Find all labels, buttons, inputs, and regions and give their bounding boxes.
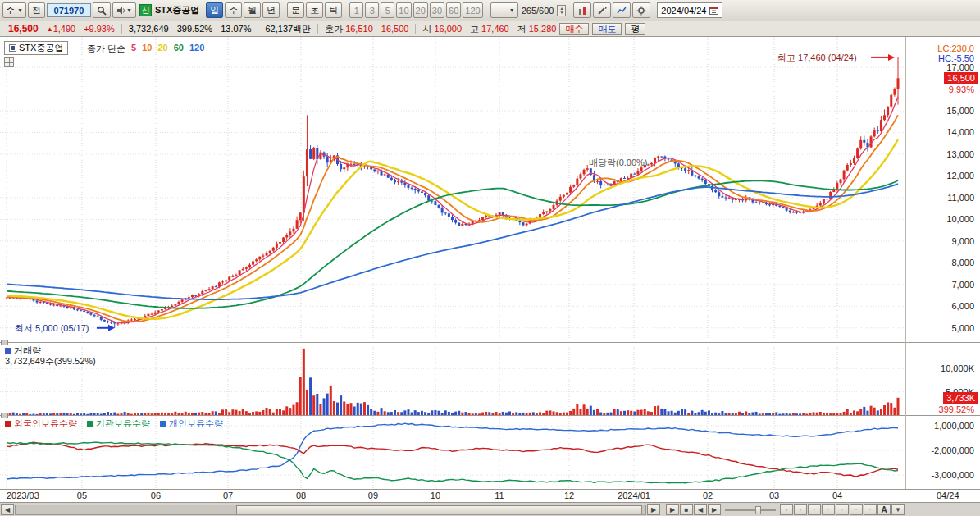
axis-label: 6,000: [951, 301, 974, 311]
candle-count-label: 265/600: [522, 6, 554, 16]
low-label: 저: [517, 23, 526, 35]
date-picker[interactable]: 2024/04/24: [657, 2, 722, 18]
axis-label: 11,000: [947, 193, 974, 203]
quote-bar: 16,500 ▲ 1,490 +9.93% 3,732,649 399.52% …: [0, 21, 980, 37]
ma20-label: 20: [157, 43, 167, 55]
interval-5-button[interactable]: 5: [381, 2, 394, 18]
candle-count-spinner[interactable]: ▲▼: [557, 5, 566, 16]
ma60-label: 60: [174, 43, 184, 55]
axis-label: 14,000: [946, 127, 974, 137]
play-button[interactable]: ▶: [666, 504, 679, 515]
interval-1-button[interactable]: 1: [349, 2, 363, 18]
axis-label: 7,000: [951, 280, 974, 290]
scroll-left-button[interactable]: ◀: [1, 504, 14, 515]
chart-grid-icon[interactable]: [4, 57, 14, 67]
draw-tool-icon[interactable]: [593, 2, 611, 18]
annotation-high: 최고 17,460 (04/24): [777, 52, 857, 64]
axis-label: 5,000: [951, 323, 974, 333]
candle-type-dropdown[interactable]: ▼: [490, 2, 518, 18]
step-back-button[interactable]: ◀: [694, 504, 707, 515]
period-minute-button[interactable]: 분: [287, 2, 304, 18]
interval-3-button[interactable]: 3: [365, 2, 379, 18]
current-price: 16,500: [8, 23, 39, 34]
open-price: 16,000: [434, 24, 462, 34]
chevron-down-icon: ▼: [17, 7, 23, 13]
volume-chip: [5, 348, 11, 354]
grid-toggle-icon[interactable]: [780, 504, 793, 515]
axis-label: 9.93%: [949, 84, 974, 94]
ma-legend: 종가 단순 5 10 20 60 120: [87, 43, 204, 55]
ma10-label: 10: [142, 43, 152, 55]
zoom-slider-thumb[interactable]: [755, 506, 761, 514]
stop-button[interactable]: ■: [680, 504, 693, 515]
x-axis: 04/24 2023/0305060708091011122024/010203…: [0, 490, 980, 502]
axis-label: 10,000: [946, 214, 974, 224]
price-change-pct: +9.93%: [84, 24, 115, 34]
series-title-box[interactable]: STX중공업: [4, 41, 68, 55]
stock-code-input[interactable]: [47, 3, 91, 17]
interval-30-button[interactable]: 30: [430, 2, 444, 18]
interval-10-button[interactable]: 10: [396, 2, 411, 18]
chart-scrollbar[interactable]: [15, 505, 646, 515]
checkbox-icon[interactable]: [9, 44, 16, 52]
period-second-button[interactable]: 초: [306, 2, 323, 18]
buy-button[interactable]: 매수: [559, 23, 589, 35]
zoom-slider[interactable]: [725, 505, 776, 515]
period-year-button[interactable]: 년: [262, 2, 280, 18]
ma-legend-prefix: 종가 단순: [87, 43, 125, 55]
expand-icon[interactable]: [836, 504, 849, 515]
market-type-value: 주: [6, 4, 15, 16]
interval-60-button[interactable]: 60: [446, 2, 461, 18]
pane-resize-handle[interactable]: [1, 340, 8, 345]
trendline-icon[interactable]: [822, 504, 835, 515]
settings-gear-icon[interactable]: [632, 2, 650, 18]
x-axis-end-label: 04/24: [937, 491, 959, 500]
x-axis-tick: 06: [151, 491, 161, 500]
foreign-label: 외국인보유수량: [14, 418, 77, 430]
axis-label: -3,000,000: [931, 470, 974, 480]
axis-label: 3,733K: [943, 392, 978, 404]
stock-name-label: STX중공업: [155, 4, 199, 16]
axis-label: -2,000,000: [931, 445, 974, 455]
axis-label: 13,000: [946, 149, 974, 159]
x-axis-tick: 10: [431, 491, 440, 500]
annotation-low: 최저 5,000 (05/17): [15, 322, 89, 335]
individual-label: 개인보유수량: [169, 418, 223, 430]
zoom-out-icon[interactable]: [850, 504, 863, 515]
period-month-button[interactable]: 월: [244, 2, 261, 18]
interval-120-button[interactable]: 120: [463, 2, 482, 18]
x-axis-tick: 08: [296, 491, 306, 500]
compare-chart-icon[interactable]: [573, 2, 591, 18]
axis-label: 8,000: [951, 258, 974, 267]
more-options-button[interactable]: ▼: [891, 504, 905, 515]
axis-label: 9,000: [951, 236, 974, 246]
ownership-legend: 외국인보유수량 기관보유수량 개인보유수량: [5, 418, 223, 430]
scroll-right-button[interactable]: ▶: [647, 504, 660, 515]
date-value: 2024/04/24: [661, 6, 706, 16]
indicator-icon[interactable]: [613, 2, 631, 18]
layout-icon[interactable]: [794, 504, 807, 515]
period-tick-button[interactable]: 틱: [325, 2, 342, 18]
interval-20-button[interactable]: 20: [413, 2, 428, 18]
step-forward-button[interactable]: ▶: [708, 504, 721, 515]
crosshair-icon[interactable]: [808, 504, 821, 515]
search-icon[interactable]: [93, 2, 111, 18]
period-day-button[interactable]: 일: [206, 2, 223, 18]
avg-button[interactable]: 평: [625, 23, 645, 35]
zoom-in-icon[interactable]: [864, 504, 877, 515]
market-type-dropdown[interactable]: 주 ▼: [2, 2, 26, 18]
axis-label: 15,000: [946, 106, 974, 116]
trade-value: 62,137백만: [265, 23, 311, 35]
period-week-button[interactable]: 주: [225, 2, 242, 18]
chart-area[interactable]: STX중공업 종가 단순 5 10 20 60 120 거래량 3,732,64…: [0, 37, 980, 502]
volume-value: 3,732,649: [129, 24, 169, 34]
foreign-chip: [5, 421, 11, 427]
axis-label: -1,000,000: [931, 421, 974, 431]
prev-stock-button[interactable]: 전: [28, 2, 45, 18]
font-size-button[interactable]: A: [877, 504, 891, 515]
sound-icon[interactable]: ▼: [112, 2, 136, 18]
pane-resize-handle[interactable]: [1, 413, 8, 418]
volume-subtitle: 3,732,649주(399.52%): [5, 355, 96, 368]
scrollbar-thumb[interactable]: [236, 505, 642, 514]
sell-button[interactable]: 매도: [592, 23, 622, 35]
